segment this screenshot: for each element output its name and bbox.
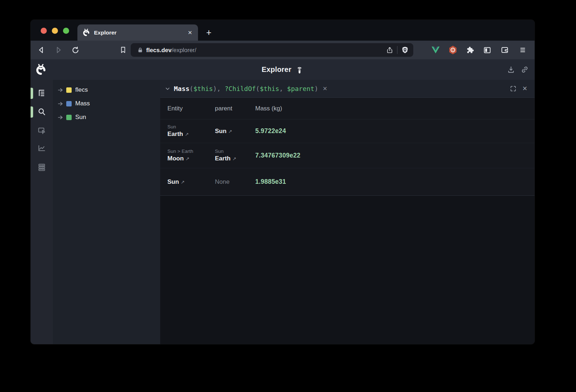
wallet-icon[interactable] (499, 44, 510, 56)
parent-cell: Sun↗ (215, 119, 255, 143)
flecs-logo-icon[interactable] (35, 64, 46, 75)
expand-fullscreen-icon[interactable] (510, 85, 517, 92)
query-panel: Mass($this), ?ChildOf($this, $parent) ✕ … (160, 80, 535, 344)
remote-connection-icon[interactable] (296, 65, 303, 74)
link-arrow-icon: ↗ (179, 179, 185, 185)
tree-item-label: Mass (75, 100, 90, 107)
mass-value: 5.9722e24 (255, 127, 535, 135)
minimize-window-button[interactable] (52, 28, 58, 34)
close-window-button[interactable] (41, 28, 47, 34)
entity-cell: Sun > Earth Moon↗ (167, 143, 215, 168)
parent-cell: None (215, 168, 255, 195)
expander-arrow-icon[interactable] (58, 101, 63, 106)
menu-icon[interactable] (517, 44, 528, 56)
url-bar[interactable]: flecs.dev/explorer/ (131, 43, 413, 57)
parent-cell: Sun Earth↗ (215, 143, 255, 168)
entity-color-swatch (66, 115, 72, 120)
clear-query-icon[interactable]: ✕ (323, 85, 327, 92)
chevron-down-icon[interactable] (165, 86, 171, 92)
zoom-window-button[interactable] (63, 28, 69, 34)
mass-cell: 1.9885e31 (255, 168, 535, 195)
empty-results-area (160, 195, 535, 344)
lock-icon (137, 47, 143, 53)
entity-link[interactable]: Sun↗ (167, 178, 215, 186)
close-query-panel-icon[interactable]: ✕ (522, 85, 527, 92)
vue-devtools-extension-icon[interactable] (430, 44, 441, 56)
tree-item-mass[interactable]: Mass (53, 97, 160, 110)
query-expression[interactable]: Mass($this), ?ChildOf($this, $parent) (174, 85, 318, 92)
column-header-mass[interactable]: Mass (kg) (255, 98, 535, 119)
browser-tab-explorer[interactable]: Explorer ✕ (77, 24, 198, 41)
link-arrow-icon: ↗ (183, 132, 189, 137)
link-arrow-icon: ↗ (184, 156, 189, 161)
tree-panel-button[interactable] (36, 87, 48, 99)
tree-panel-active-indicator (31, 88, 33, 99)
entity-cell: Sun Earth↗ (167, 119, 215, 143)
mass-value: 1.9885e31 (255, 178, 535, 186)
divider (397, 46, 397, 54)
link-arrow-icon: ↗ (226, 129, 232, 134)
mass-cell: 5.9722e24 (255, 119, 535, 143)
stats-chart-panel-button[interactable] (36, 142, 48, 154)
parent-none: None (215, 178, 255, 186)
browser-window: Explorer ✕ + fle (31, 20, 535, 344)
commands-panel-button[interactable] (36, 161, 48, 173)
parent-link[interactable]: Sun↗ (215, 127, 255, 136)
browser-toolbar: flecs.dev/explorer/ (31, 41, 535, 59)
column-header-entity[interactable]: Entity (167, 98, 215, 119)
entity-color-swatch (66, 101, 72, 106)
expander-arrow-icon[interactable] (58, 88, 63, 92)
panel-icon-strip (31, 80, 53, 344)
new-tab-button[interactable]: + (203, 26, 215, 38)
results-table-header: Entity parent Mass (kg) (160, 98, 535, 119)
mass-value: 7.34767309e22 (255, 152, 535, 159)
traffic-lights (41, 28, 69, 34)
url-path: /explorer/ (172, 47, 197, 53)
entity-link[interactable]: Earth↗ (167, 130, 215, 138)
app-header: Explorer (31, 59, 535, 80)
download-icon[interactable] (507, 65, 515, 74)
content-area: flecs Mass Sun (31, 80, 535, 344)
entity-path: Sun (167, 124, 215, 130)
parent-link[interactable]: Earth↗ (215, 154, 255, 163)
sidebar-toggle-icon[interactable] (481, 44, 493, 56)
link-icon[interactable] (521, 65, 529, 74)
column-header-parent[interactable]: parent (215, 98, 255, 119)
tab-title: Explorer (94, 29, 183, 36)
url-domain: flecs.dev (146, 47, 172, 53)
parent-path: Sun (215, 148, 255, 154)
table-row[interactable]: Sun Earth↗ Sun↗ 5.9722e24 (160, 119, 535, 143)
bookmark-icon[interactable] (117, 44, 129, 56)
entity-cell: Sun↗ (167, 168, 215, 195)
brave-shield-icon[interactable] (401, 46, 409, 54)
page-title: Explorer (262, 65, 292, 74)
link-arrow-icon: ↗ (230, 156, 236, 161)
extensions-puzzle-icon[interactable] (464, 44, 476, 56)
entity-link[interactable]: Moon↗ (167, 154, 215, 163)
tree-item-sun[interactable]: Sun (53, 110, 160, 124)
query-search-panel-button[interactable] (36, 106, 48, 118)
entity-tree-panel: flecs Mass Sun (53, 80, 160, 344)
entity-path: Sun > Earth (167, 148, 215, 154)
url-text: flecs.dev/explorer/ (146, 47, 196, 54)
query-header: Mass($this), ?ChildOf($this, $parent) ✕ … (160, 80, 535, 98)
forward-button[interactable] (53, 44, 64, 56)
table-row[interactable]: Sun > Earth Moon↗ Sun Earth↗ 7.34767309e… (160, 143, 535, 168)
share-icon[interactable] (386, 46, 393, 54)
flecs-favicon-icon (82, 29, 90, 36)
tree-item-flecs[interactable]: flecs (53, 83, 160, 97)
reload-button[interactable] (69, 44, 81, 56)
entity-color-swatch (66, 87, 72, 93)
expander-arrow-icon[interactable] (58, 115, 63, 120)
tree-item-label: Sun (75, 114, 86, 121)
tree-item-label: flecs (75, 86, 88, 94)
hexagon-extension-icon[interactable] (447, 44, 459, 56)
table-row[interactable]: Sun↗ None 1.9885e31 (160, 168, 535, 195)
inspector-panel-button[interactable] (36, 124, 48, 137)
tab-close-icon[interactable]: ✕ (187, 29, 193, 36)
tab-bar: Explorer ✕ + (31, 20, 535, 41)
query-panel-active-indicator (31, 106, 33, 118)
mass-cell: 7.34767309e22 (255, 143, 535, 168)
back-button[interactable] (36, 44, 47, 56)
